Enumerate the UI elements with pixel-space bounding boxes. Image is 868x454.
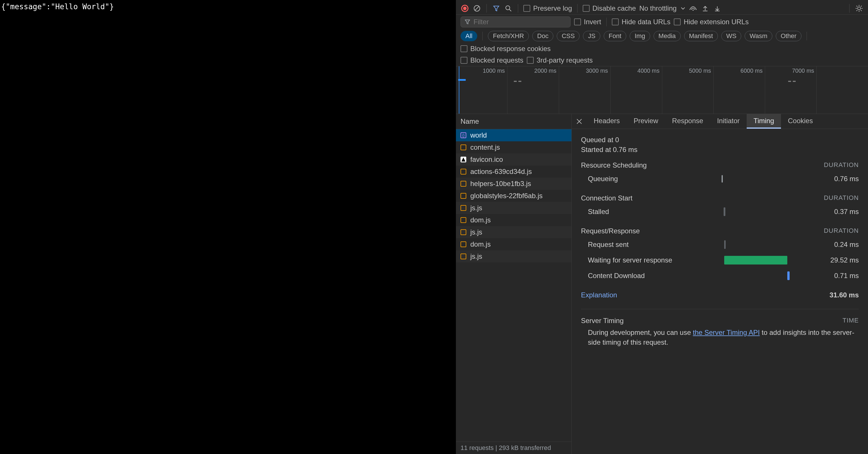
request-name: js.js — [470, 252, 482, 260]
request-row[interactable]: favicon.ico — [456, 153, 571, 166]
type-chip-css[interactable]: CSS — [557, 31, 580, 41]
request-row[interactable]: actions-639cd34d.js — [456, 166, 571, 178]
request-list: Name {}worldcontent.jsfavicon.icoactions… — [456, 114, 572, 454]
request-row[interactable]: content.js — [456, 141, 571, 153]
detail-tab-timing[interactable]: Timing — [747, 114, 781, 129]
request-row[interactable]: js.js — [456, 250, 571, 262]
separator — [849, 4, 849, 13]
network-toolbar: Preserve log Disable cache No throttling — [456, 2, 868, 15]
waterfall-marker — [514, 81, 521, 82]
svg-point-7 — [858, 7, 861, 10]
upload-har-icon[interactable] — [701, 4, 710, 13]
hide-ext-label: Hide extension URLs — [684, 18, 748, 26]
request-row[interactable]: {}world — [456, 129, 571, 141]
request-row[interactable]: helpers-10be1fb3.js — [456, 178, 571, 190]
blocked-requests-checkbox[interactable]: Blocked requests — [461, 56, 523, 64]
waterfall-tick-label: 6000 ms — [741, 67, 763, 74]
type-chip-other[interactable]: Other — [776, 31, 801, 41]
timing-row-request-sent: Request sent 0.24 ms — [581, 237, 859, 252]
js-file-icon — [461, 242, 466, 247]
waterfall-column: 5000 ms — [662, 66, 714, 114]
column-header-name[interactable]: Name — [456, 114, 571, 129]
separator — [577, 4, 578, 13]
request-row[interactable]: dom.js — [456, 214, 571, 226]
waterfall-column: 3000 ms — [559, 66, 611, 114]
devtools-network-panel: Preserve log Disable cache No throttling… — [456, 0, 868, 454]
blocked-requests-label: Blocked requests — [470, 56, 523, 64]
page-text: {"message":"Hello World"} — [1, 2, 114, 11]
blocked-cookies-checkbox[interactable]: Blocked response cookies — [461, 45, 551, 53]
request-row[interactable]: js.js — [456, 226, 571, 238]
preserve-log-label: Preserve log — [533, 4, 572, 12]
waterfall-overview[interactable]: 1000 ms2000 ms3000 ms4000 ms5000 ms6000 … — [456, 66, 868, 114]
server-timing-header: Server Timing — [581, 317, 624, 325]
network-conditions-icon[interactable] — [689, 4, 698, 13]
explanation-link[interactable]: Explanation — [581, 291, 617, 299]
waterfall-column: 6000 ms — [714, 66, 765, 114]
detail-tab-initiator[interactable]: Initiator — [710, 114, 747, 129]
timing-value: 29.52 ms — [813, 256, 859, 264]
section-request-response: Request/Response — [581, 227, 640, 235]
request-name: helpers-10be1fb3.js — [470, 180, 531, 188]
separator — [518, 4, 518, 13]
filter-toggle-icon[interactable] — [492, 4, 501, 13]
invert-checkbox[interactable]: Invert — [574, 18, 601, 26]
request-name: content.js — [470, 143, 500, 151]
js-file-icon — [461, 193, 466, 199]
timing-value: 0.76 ms — [813, 175, 859, 183]
js-file-icon — [461, 181, 466, 187]
settings-gear-icon[interactable] — [855, 4, 863, 13]
type-chip-font[interactable]: Font — [604, 31, 626, 41]
waterfall-tick-label: 2000 ms — [534, 67, 556, 74]
separator — [487, 4, 487, 13]
type-chip-js[interactable]: JS — [583, 31, 600, 41]
type-chip-wasm[interactable]: Wasm — [745, 31, 772, 41]
request-row[interactable]: globalstyles-22fbf6ab.js — [456, 190, 571, 202]
server-timing-api-link[interactable]: the Server Timing API — [693, 329, 760, 336]
filter-funnel-icon — [465, 19, 470, 25]
type-chip-ws[interactable]: WS — [721, 31, 741, 41]
request-row[interactable]: dom.js — [456, 238, 571, 250]
close-detail-button[interactable] — [574, 118, 584, 124]
preserve-log-checkbox[interactable]: Preserve log — [523, 4, 572, 12]
type-chip-media[interactable]: Media — [654, 31, 681, 41]
detail-tab-response[interactable]: Response — [665, 114, 710, 129]
type-chip-manifest[interactable]: Manifest — [684, 31, 718, 41]
clear-button[interactable] — [473, 4, 481, 13]
filter-input[interactable] — [473, 18, 566, 26]
third-party-checkbox[interactable]: 3rd-party requests — [527, 56, 593, 64]
js-file-icon — [461, 254, 466, 259]
type-chip-all[interactable]: All — [461, 31, 477, 41]
detail-tab-bar: HeadersPreviewResponseInitiatorTimingCoo… — [572, 114, 868, 129]
disable-cache-checkbox[interactable]: Disable cache — [583, 4, 636, 12]
request-name: dom.js — [470, 216, 491, 224]
request-name: globalstyles-22fbf6ab.js — [470, 192, 542, 200]
page-body: {"message":"Hello World"} — [0, 0, 456, 454]
filter-input-wrapper[interactable] — [461, 17, 570, 27]
request-name: js.js — [470, 204, 482, 212]
hide-extension-urls-checkbox[interactable]: Hide extension URLs — [674, 18, 748, 26]
download-har-icon[interactable] — [713, 4, 722, 13]
request-row[interactable]: js.js — [456, 202, 571, 214]
request-name: favicon.ico — [470, 155, 503, 164]
type-chip-doc[interactable]: Doc — [532, 31, 553, 41]
type-chip-img[interactable]: Img — [630, 31, 650, 41]
third-party-label: 3rd-party requests — [536, 56, 593, 64]
detail-tab-cookies[interactable]: Cookies — [781, 114, 820, 129]
section-resource-scheduling: Resource Scheduling — [581, 161, 647, 169]
record-button[interactable] — [461, 4, 469, 13]
detail-tab-headers[interactable]: Headers — [587, 114, 627, 129]
hide-data-urls-checkbox[interactable]: Hide data URLs — [612, 18, 670, 26]
time-header: TIME — [842, 317, 859, 325]
search-icon[interactable] — [504, 4, 513, 13]
throttling-dropdown[interactable]: No throttling — [639, 4, 685, 12]
separator — [807, 32, 807, 40]
timing-row-waiting: Waiting for server response 29.52 ms — [581, 252, 859, 268]
request-name: dom.js — [470, 240, 491, 248]
js-file-icon — [461, 144, 466, 150]
type-chip-fetchxhr[interactable]: Fetch/XHR — [488, 31, 529, 41]
svg-line-3 — [475, 6, 479, 10]
resource-type-filter: AllFetch/XHRDocCSSJSFontImgMediaManifest… — [456, 29, 868, 55]
fav-file-icon — [461, 157, 466, 162]
detail-tab-preview[interactable]: Preview — [627, 114, 665, 129]
